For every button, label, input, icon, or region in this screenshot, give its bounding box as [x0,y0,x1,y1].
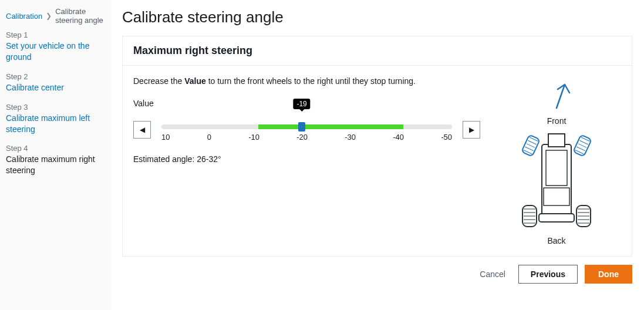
decrement-button[interactable]: ◀ [133,121,151,139]
tick: 0 [207,133,211,141]
front-label: Front [547,116,567,126]
wizard-footer: Cancel Previous Done [122,265,632,284]
wizard-step-2[interactable]: Step 2 Calibrate center [6,72,106,93]
main-content: Calibrate steering angle Maximum right s… [112,0,644,310]
triangle-left-icon: ◀ [140,126,145,134]
wizard-step-1[interactable]: Step 1 Set your vehicle on the ground [6,31,106,63]
slider-fill [258,124,404,129]
instruction-bold: Value [184,76,206,86]
svg-rect-2 [548,134,565,147]
slider-track-wrap[interactable]: -19 10 0 -10 -20 -30 -40 [161,112,452,141]
slider-ticks: 10 0 -10 -20 -30 -40 -50 [161,133,452,141]
estimated-angle: Estimated angle: 26-32° [133,154,480,164]
front-arrow-icon [539,79,574,114]
triangle-right-icon: ▶ [469,126,474,134]
breadcrumb: Calibration ❯ Calibrate steering angle [6,7,106,25]
breadcrumb-current: Calibrate steering angle [55,7,106,25]
cancel-button[interactable]: Cancel [474,266,511,282]
wizard-step-3[interactable]: Step 3 Calibrate maximum left steering [6,103,106,135]
step-title: Set your vehicle on the ground [6,41,106,63]
panel-title: Maximum right steering [123,36,632,66]
tick: -50 [441,133,452,141]
increment-button[interactable]: ▶ [463,121,480,139]
breadcrumb-root[interactable]: Calibration [6,12,42,21]
tick: -40 [393,133,404,141]
tick: 10 [161,133,170,141]
tick: -30 [345,133,356,141]
vehicle-top-view-icon [510,128,603,234]
back-label: Back [547,236,565,245]
svg-rect-4 [539,214,574,222]
instruction-post: to turn the front wheels to the right un… [206,76,416,86]
tick: -10 [248,133,259,141]
instruction-text: Decrease the Value to turn the front whe… [133,76,480,86]
step-title: Calibrate maximum right steering [6,154,106,176]
wizard-step-4[interactable]: Step 4 Calibrate maximum right steering [6,144,106,176]
done-button[interactable]: Done [585,265,632,284]
calibration-panel: Maximum right steering Decrease the Valu… [122,36,632,257]
slider-thumb[interactable] [298,122,305,132]
value-slider: ◀ -19 10 0 -10 - [133,112,480,141]
slider-track[interactable] [161,124,452,129]
wizard-sidebar: Calibration ❯ Calibrate steering angle S… [0,0,112,310]
chevron-right-icon: ❯ [46,12,52,20]
step-label: Step 3 [6,103,106,112]
step-title: Calibrate center [6,82,106,93]
vehicle-diagram: Front [492,76,621,245]
instruction-pre: Decrease the [133,76,184,86]
previous-button[interactable]: Previous [518,265,578,284]
step-label: Step 1 [6,31,106,39]
page-title: Calibrate steering angle [122,8,632,26]
tick: -20 [296,133,308,141]
slider-tooltip: -19 [293,99,310,109]
step-label: Step 4 [6,144,106,153]
step-label: Step 2 [6,72,106,81]
step-title: Calibrate maximum left steering [6,113,106,135]
